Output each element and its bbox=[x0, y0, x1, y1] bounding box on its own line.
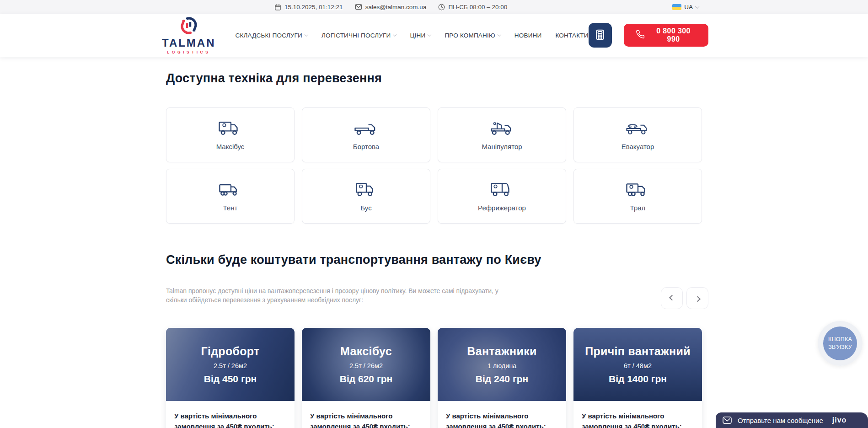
carousel-next-button[interactable] bbox=[686, 287, 708, 309]
price-card-note: У вартість мінімального замовлення за 45… bbox=[582, 411, 694, 428]
logo-subtitle: LOGISTICS bbox=[167, 50, 210, 54]
chat-envelope-icon bbox=[722, 416, 732, 424]
price-card-price: Від 620 грн bbox=[340, 374, 392, 385]
price-card-price: Від 240 грн bbox=[476, 374, 528, 385]
chevron-left-icon bbox=[669, 294, 675, 300]
callback-button[interactable]: КНОПКА ЗВ'ЯЗКУ bbox=[818, 321, 863, 366]
price-card-spec: 2.5т / 26м2 bbox=[214, 362, 247, 369]
price-card-title: Гідроборт bbox=[201, 345, 259, 358]
nav-label: ЛОГІСТИЧНІ ПОСЛУГИ bbox=[321, 32, 391, 39]
price-card-note: У вартість мінімального замовлення за 45… bbox=[174, 411, 286, 428]
chevron-down-icon bbox=[695, 4, 700, 9]
nav-item-logistics[interactable]: ЛОГІСТИЧНІ ПОСЛУГИ bbox=[321, 32, 396, 39]
vehicle-card-tral[interactable]: Трал bbox=[573, 169, 702, 224]
phone-number: 0 800 300 990 bbox=[650, 27, 697, 43]
nav-item-contacts[interactable]: КОНТАКТИ bbox=[555, 32, 588, 39]
vehicle-label: Бортова bbox=[353, 143, 379, 150]
price-card-price: Від 450 грн bbox=[204, 374, 257, 385]
calculator-icon bbox=[594, 29, 606, 42]
price-card-prychip: Причіп вантажний 6т / 48м2 Від 1400 грн … bbox=[573, 328, 702, 428]
price-card-title: Вантажники bbox=[467, 345, 536, 358]
price-card-photo: Гідроборт 2.5т / 26м2 Від 450 грн bbox=[166, 328, 295, 401]
carousel-controls bbox=[661, 287, 708, 309]
nav-label: КОНТАКТИ bbox=[555, 32, 588, 39]
price-card-note: У вартість мінімального замовлення за 45… bbox=[310, 411, 422, 428]
price-card-vantazhnyky: Вантажники 1 людина Від 240 грн У вартіс… bbox=[438, 328, 566, 428]
price-card-photo: Вантажники 1 людина Від 240 грн bbox=[438, 328, 566, 401]
nav-item-about[interactable]: ПРО КОМПАНІЮ bbox=[445, 32, 500, 39]
pricing-cards: Гідроборт 2.5т / 26м2 Від 450 грн У варт… bbox=[166, 328, 702, 428]
main-nav: СКЛАДСЬКІ ПОСЛУГИ ЛОГІСТИЧНІ ПОСЛУГИ ЦІН… bbox=[236, 32, 589, 39]
nav-item-news[interactable]: НОВИНИ bbox=[514, 32, 542, 39]
price-card-hidrobort: Гідроборт 2.5т / 26м2 Від 450 грн У варт… bbox=[166, 328, 295, 428]
vehicle-label: Маніпулятор bbox=[482, 143, 522, 150]
box-truck-icon bbox=[217, 120, 244, 137]
vehicle-label: Бус bbox=[360, 204, 371, 212]
crane-truck-icon bbox=[489, 120, 515, 137]
vehicle-label: Тент bbox=[223, 204, 238, 212]
ukraine-flag-icon bbox=[672, 4, 681, 10]
vehicle-label: Максібус bbox=[216, 143, 245, 150]
logo-title: TALMAN bbox=[162, 37, 216, 48]
flatbed-truck-icon bbox=[353, 120, 380, 137]
email-text: sales@talman.com.ua bbox=[365, 4, 427, 11]
vehicle-card-refrizherator[interactable]: Рефрижератор bbox=[438, 169, 566, 224]
chevron-down-icon bbox=[428, 32, 431, 36]
price-card-maksibus: Максібус 2.5т / 26м2 Від 620 грн У варті… bbox=[302, 328, 430, 428]
nav-label: ЦІНИ bbox=[410, 32, 425, 39]
clock-icon bbox=[438, 4, 445, 11]
calendar-icon bbox=[274, 4, 281, 11]
vehicle-grid: Максібус Бортова Маніпулятор Евакуатор bbox=[166, 107, 702, 224]
price-card-spec: 6т / 48м2 bbox=[624, 362, 652, 369]
language-label: UA bbox=[684, 4, 693, 11]
chat-message-label: Отправьте нам сообщение bbox=[738, 417, 823, 424]
hours-text: ПН-СБ 08:00 – 20:00 bbox=[448, 4, 507, 11]
tent-truck-icon bbox=[217, 181, 244, 198]
page: 15.10.2025, 01:12:21 sales@talman.com.ua… bbox=[0, 0, 868, 428]
carousel-prev-button[interactable] bbox=[661, 287, 683, 309]
trailer-truck-icon bbox=[625, 181, 651, 198]
vehicles-section-title: Доступна техніка для перевезення bbox=[166, 57, 702, 86]
nav-item-warehouse[interactable]: СКЛАДСЬКІ ПОСЛУГИ bbox=[236, 32, 308, 39]
callback-button-label: КНОПКА ЗВ'ЯЗКУ bbox=[823, 326, 857, 360]
price-card-title: Максібус bbox=[340, 345, 392, 358]
jivo-logo: jivo bbox=[832, 416, 847, 424]
chevron-right-icon bbox=[695, 296, 701, 302]
pricing-section-title: Скільки буде коштувати транспортування в… bbox=[166, 253, 702, 267]
price-card-photo: Причіп вантажний 6т / 48м2 Від 1400 грн bbox=[573, 328, 702, 401]
pricing-description: Talman пропонує доступні ціни на вантажо… bbox=[166, 286, 518, 305]
vehicle-card-bortova[interactable]: Бортова bbox=[302, 107, 430, 162]
calculator-button[interactable] bbox=[589, 23, 612, 48]
datetime: 15.10.2025, 01:12:21 bbox=[274, 4, 343, 11]
nav-label: СКЛАДСЬКІ ПОСЛУГИ bbox=[236, 32, 302, 39]
vehicle-label: Евакуатор bbox=[622, 143, 654, 150]
email-link[interactable]: sales@talman.com.ua bbox=[355, 4, 427, 11]
language-selector[interactable]: UA bbox=[672, 0, 699, 14]
chat-widget-bar[interactable]: Отправьте нам сообщение jivo bbox=[716, 412, 868, 428]
refrigerator-truck-icon bbox=[489, 181, 515, 198]
phone-button[interactable]: 0 800 300 990 bbox=[624, 24, 708, 47]
vehicle-card-bus[interactable]: Бус bbox=[302, 169, 430, 224]
logo-emblem-icon bbox=[179, 16, 198, 37]
price-card-photo: Максібус 2.5т / 26м2 Від 620 грн bbox=[302, 328, 430, 401]
vehicle-card-maksibus[interactable]: Максібус bbox=[166, 107, 295, 162]
vehicle-card-tent[interactable]: Тент bbox=[166, 169, 295, 224]
tow-truck-icon bbox=[625, 120, 651, 137]
vehicle-label: Рефрижератор bbox=[478, 204, 526, 212]
vehicle-card-evakuator[interactable]: Евакуатор bbox=[573, 107, 702, 162]
envelope-icon bbox=[355, 4, 362, 10]
nav-label: НОВИНИ bbox=[514, 32, 542, 39]
price-card-title: Причіп вантажний bbox=[585, 345, 691, 358]
nav-item-prices[interactable]: ЦІНИ bbox=[410, 32, 431, 39]
phone-icon bbox=[636, 30, 645, 41]
nav-label: ПРО КОМПАНІЮ bbox=[445, 32, 495, 39]
logo[interactable]: TALMAN LOGISTICS bbox=[160, 16, 218, 54]
chevron-down-icon bbox=[498, 32, 501, 36]
price-card-spec: 1 людина bbox=[488, 362, 517, 369]
vehicle-card-manipulator[interactable]: Маніпулятор bbox=[438, 107, 566, 162]
topbar: 15.10.2025, 01:12:21 sales@talman.com.ua… bbox=[0, 0, 868, 14]
working-hours: ПН-СБ 08:00 – 20:00 bbox=[438, 4, 507, 11]
price-card-note: У вартість мінімального замовлення за 45… bbox=[446, 411, 558, 428]
van-truck-icon bbox=[353, 181, 380, 198]
chevron-down-icon bbox=[393, 32, 396, 36]
